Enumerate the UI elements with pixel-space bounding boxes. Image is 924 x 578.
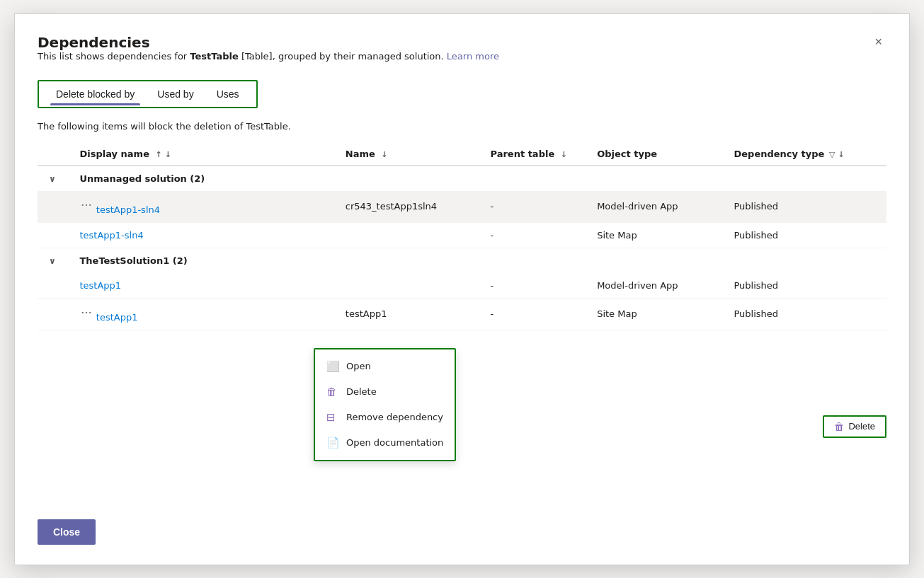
- display-name-link[interactable]: testApp1-sln4: [79, 230, 143, 241]
- dialog-subtitle: This list shows dependencies for TestTab…: [38, 51, 499, 62]
- table-row: ⋮ testApp1 testApp1 - Site Map Published: [38, 298, 886, 330]
- dialog-title: Dependencies: [38, 34, 499, 51]
- display-name-cell: ⋮ testApp1: [71, 298, 336, 330]
- name-cell: [337, 222, 482, 248]
- table-name: TestTable: [190, 51, 238, 62]
- object-type-cell: Model-driven App: [588, 273, 725, 299]
- tab-uses[interactable]: Uses: [205, 84, 251, 104]
- context-menu: ⬜ Open 🗑 Delete ⊟ Remove dependency 📄 Op…: [314, 348, 456, 461]
- menu-item-open-documentation-label: Open documentation: [346, 437, 443, 448]
- subtitle-prefix: This list shows dependencies for: [38, 51, 190, 62]
- dialog-footer: Close: [38, 505, 886, 545]
- open-icon: ⬜: [326, 360, 339, 373]
- close-footer-button[interactable]: Close: [38, 519, 96, 545]
- tabs-bar: Delete blocked by Used by Uses: [38, 80, 258, 108]
- row-expand-cell: [38, 298, 71, 330]
- display-name-link[interactable]: testApp1: [96, 312, 138, 323]
- object-type-cell: Site Map: [588, 298, 725, 330]
- parent-table-cell: -: [481, 298, 588, 330]
- display-sort-desc-icon: ↓: [165, 150, 171, 159]
- table-row: testApp1-sln4 - Site Map Published: [38, 222, 886, 248]
- group-expand-unmanaged[interactable]: ∨: [38, 166, 71, 191]
- display-name-link[interactable]: testApp1-sln4: [96, 204, 160, 215]
- group-expand-tts[interactable]: ∨: [38, 248, 71, 273]
- display-name-cell: testApp1: [71, 273, 336, 299]
- th-display-name[interactable]: Display name ↑↓: [71, 143, 336, 166]
- dependencies-dialog: Dependencies This list shows dependencie…: [14, 13, 910, 565]
- display-name-cell: testApp1-sln4: [71, 222, 336, 248]
- group-row-unmanaged: ∨ Unmanaged solution (2): [38, 166, 886, 191]
- name-cell: cr543_testApp1sln4: [337, 191, 482, 223]
- dependency-type-cell: Published: [726, 191, 887, 223]
- menu-item-delete[interactable]: 🗑 Delete: [315, 379, 455, 405]
- th-name[interactable]: Name ↓: [337, 143, 482, 166]
- learn-more-link[interactable]: Learn more: [447, 51, 499, 62]
- dialog-header: Dependencies This list shows dependencie…: [38, 34, 886, 74]
- menu-item-open[interactable]: ⬜ Open: [315, 354, 455, 379]
- table-container: Display name ↑↓ Name ↓ Parent table ↓ Ob…: [38, 143, 886, 505]
- display-name-link[interactable]: testApp1: [79, 280, 121, 291]
- dependency-type-cell: Published: [726, 298, 887, 330]
- chevron-down-icon[interactable]: ∨: [46, 171, 59, 187]
- table-row: ⋮ testApp1-sln4 cr543_testApp1sln4 - Mod…: [38, 191, 886, 223]
- close-x-button[interactable]: ×: [870, 34, 886, 50]
- group-label-unmanaged: Unmanaged solution (2): [71, 166, 886, 191]
- display-sort-asc-icon: ↑: [156, 150, 162, 159]
- object-type-cell: Model-driven App: [588, 191, 725, 223]
- delete-btn-container: 🗑 Delete: [823, 415, 886, 438]
- parent-sort-icon: ↓: [561, 150, 567, 159]
- row-expand-cell: [38, 191, 71, 223]
- object-type-cell: Site Map: [588, 222, 725, 248]
- menu-item-remove-dependency-label: Remove dependency: [346, 412, 443, 422]
- name-cell: [337, 273, 482, 299]
- context-menu-dots[interactable]: ⋮: [79, 306, 93, 320]
- parent-table-cell: -: [481, 273, 588, 299]
- name-sort-icon: ↓: [381, 150, 387, 159]
- row-expand-cell: [38, 273, 71, 299]
- parent-table-cell: -: [481, 222, 588, 248]
- open-documentation-icon: 📄: [326, 437, 339, 449]
- context-menu-dots[interactable]: ⋮: [79, 198, 93, 213]
- display-name-cell: ⋮ testApp1-sln4: [71, 191, 336, 223]
- th-dependency-type[interactable]: Dependency type ▽↓: [726, 143, 887, 166]
- group-row-thetestsolution1: ∨ TheTestSolution1 (2): [38, 248, 886, 273]
- table-row: testApp1 - Model-driven App Published: [38, 273, 886, 299]
- table-type: [Table]: [241, 51, 273, 62]
- subtitle-suffix: , grouped by their managed solution.: [273, 51, 444, 62]
- tab-delete-blocked-by[interactable]: Delete blocked by: [45, 84, 146, 104]
- dep-filter-icon: ▽: [829, 150, 835, 159]
- menu-item-open-label: Open: [346, 361, 371, 371]
- delete-btn-icon: 🗑: [834, 421, 844, 432]
- th-parent-table[interactable]: Parent table ↓: [481, 143, 588, 166]
- delete-btn-label: Delete: [848, 421, 875, 432]
- dependency-type-cell: Published: [726, 222, 887, 248]
- group-label-tts: TheTestSolution1 (2): [71, 248, 886, 273]
- block-notice: The following items will block the delet…: [38, 121, 886, 132]
- parent-table-cell: -: [481, 191, 588, 223]
- tab-used-by[interactable]: Used by: [146, 84, 205, 104]
- table-header-row: Display name ↑↓ Name ↓ Parent table ↓ Ob…: [38, 143, 886, 166]
- delete-button[interactable]: 🗑 Delete: [823, 415, 886, 438]
- delete-icon: 🗑: [326, 386, 339, 398]
- dep-sort-icon: ↓: [838, 150, 844, 159]
- menu-item-delete-label: Delete: [346, 386, 377, 397]
- row-expand-cell: [38, 222, 71, 248]
- remove-dependency-icon: ⊟: [326, 411, 339, 424]
- th-object-type: Object type: [588, 143, 725, 166]
- name-cell: testApp1: [337, 298, 482, 330]
- chevron-down-icon[interactable]: ∨: [46, 253, 59, 269]
- dependencies-table: Display name ↑↓ Name ↓ Parent table ↓ Ob…: [38, 143, 886, 330]
- menu-item-open-documentation[interactable]: 📄 Open documentation: [315, 430, 455, 456]
- dependency-type-cell: Published: [726, 273, 887, 299]
- th-expand: [38, 143, 71, 166]
- menu-item-remove-dependency[interactable]: ⊟ Remove dependency: [315, 405, 455, 430]
